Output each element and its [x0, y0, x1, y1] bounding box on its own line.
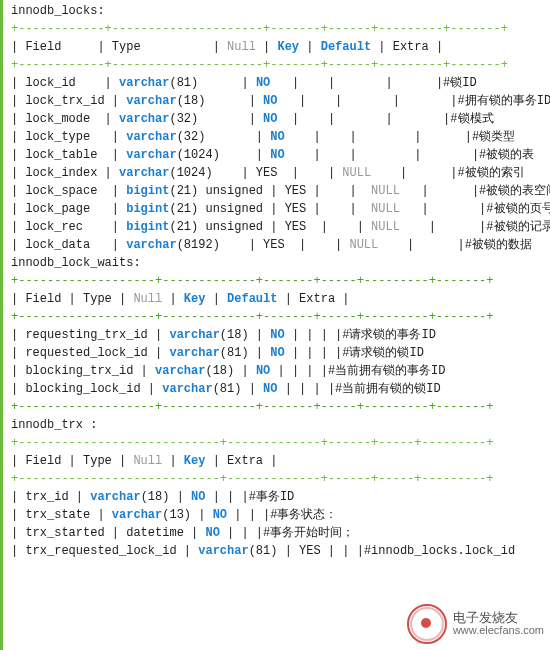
table-name-lockwaits: innodb_lock_waits: [11, 256, 141, 270]
table-row: | lock_index | varchar(1024) | YES | | N… [11, 164, 550, 182]
column-header-lockwaits: | Field | Type | Null | Key | Default | … [11, 290, 550, 308]
table-row: | blocking_lock_id | varchar(81) | NO | … [11, 380, 550, 398]
separator: +----------------------------+----------… [11, 434, 550, 452]
watermark: 电子发烧友 www.elecfans.com [407, 604, 544, 644]
column-header-trx: | Field | Type | Null | Key | Extra | [11, 452, 550, 470]
table-row: | lock_page | bigint(21) unsigned | YES … [11, 200, 550, 218]
table-row: | lock_space | bigint(21) unsigned | YES… [11, 182, 550, 200]
separator: +----------------------------+----------… [11, 470, 550, 488]
table-row: | lock_id | varchar(81) | NO | | | |#锁ID [11, 74, 550, 92]
table-row: | trx_state | varchar(13) | NO | | |#事务状… [11, 506, 550, 524]
table-name-trx: innodb_trx : [11, 418, 97, 432]
separator: +------------+---------------------+----… [11, 20, 550, 38]
table-row: | lock_trx_id | varchar(18) | NO | | | |… [11, 92, 550, 110]
watermark-cn: 电子发烧友 [453, 611, 544, 624]
table-row: | requested_lock_id | varchar(81) | NO |… [11, 344, 550, 362]
separator: +-------------------+-------------+-----… [11, 272, 550, 290]
table-row: | lock_table | varchar(1024) | NO | | | … [11, 146, 550, 164]
separator: +-------------------+-------------+-----… [11, 308, 550, 326]
table-row: | lock_rec | bigint(21) unsigned | YES |… [11, 218, 550, 236]
table-row: | requesting_trx_id | varchar(18) | NO |… [11, 326, 550, 344]
table-row: | lock_data | varchar(8192) | YES | | NU… [11, 236, 550, 254]
table-row: | lock_mode | varchar(32) | NO | | | |#锁… [11, 110, 550, 128]
code-block: innodb_locks: +------------+------------… [0, 0, 550, 650]
separator: +-------------------+-------------+-----… [11, 398, 550, 416]
table-name-locks: innodb_locks: [11, 4, 105, 18]
watermark-url: www.elecfans.com [453, 624, 544, 637]
column-header-locks: | Field | Type | Null | Key | Default | … [11, 38, 550, 56]
watermark-logo-icon [407, 604, 447, 644]
separator: +------------+---------------------+----… [11, 56, 550, 74]
table-row: | lock_type | varchar(32) | NO | | | |#锁… [11, 128, 550, 146]
table-row: | blocking_trx_id | varchar(18) | NO | |… [11, 362, 550, 380]
table-row: | trx_requested_lock_id | varchar(81) | … [11, 542, 550, 560]
table-row: | trx_id | varchar(18) | NO | | |#事务ID [11, 488, 550, 506]
table-row: | trx_started | datetime | NO | | |#事务开始… [11, 524, 550, 542]
